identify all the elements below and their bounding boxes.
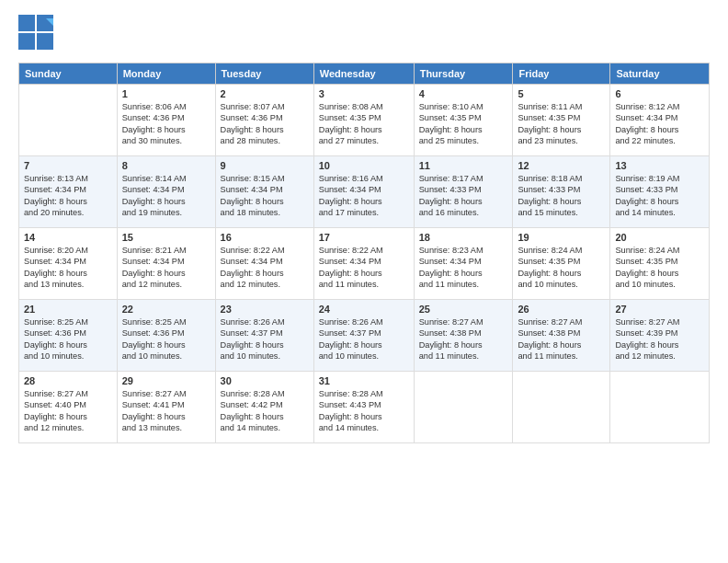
day-info: Sunrise: 8:10 AMSunset: 4:35 PMDaylight:… [419,101,508,147]
calendar-cell: 15Sunrise: 8:21 AMSunset: 4:34 PMDayligh… [117,228,215,300]
day-number: 8 [122,160,210,171]
day-number: 23 [221,304,309,315]
day-info: Sunrise: 8:18 AMSunset: 4:33 PMDaylight:… [518,173,605,219]
calendar-cell: 29Sunrise: 8:27 AMSunset: 4:41 PMDayligh… [117,372,215,443]
day-number: 14 [24,232,112,243]
day-number: 5 [518,88,605,99]
calendar-cell: 18Sunrise: 8:23 AMSunset: 4:34 PMDayligh… [414,228,513,300]
day-number: 3 [319,88,409,99]
day-number: 12 [518,160,605,171]
day-info: Sunrise: 8:27 AMSunset: 4:38 PMDaylight:… [419,316,508,362]
day-info: Sunrise: 8:19 AMSunset: 4:33 PMDaylight:… [615,173,704,219]
day-number: 2 [221,88,309,99]
calendar-cell: 1Sunrise: 8:06 AMSunset: 4:36 PMDaylight… [117,85,215,156]
calendar-cell: 31Sunrise: 8:28 AMSunset: 4:43 PMDayligh… [313,372,414,443]
day-info: Sunrise: 8:13 AMSunset: 4:34 PMDaylight:… [24,173,112,219]
calendar-header-thursday: Thursday [414,63,513,85]
day-number: 31 [319,375,409,386]
day-number: 30 [221,375,309,386]
day-number: 22 [122,304,210,315]
calendar-week-row: 14Sunrise: 8:20 AMSunset: 4:34 PMDayligh… [19,228,710,300]
calendar-cell: 28Sunrise: 8:27 AMSunset: 4:40 PMDayligh… [19,372,118,443]
svg-rect-0 [18,15,35,31]
day-number: 9 [221,160,309,171]
calendar-cell [19,85,118,156]
calendar-cell: 7Sunrise: 8:13 AMSunset: 4:34 PMDaylight… [19,156,118,228]
logo [18,15,57,53]
day-number: 6 [615,88,704,99]
day-info: Sunrise: 8:27 AMSunset: 4:41 PMDaylight:… [122,388,210,434]
calendar-cell: 17Sunrise: 8:22 AMSunset: 4:34 PMDayligh… [313,228,414,300]
day-number: 7 [24,160,112,171]
day-number: 24 [319,304,409,315]
day-number: 4 [419,88,508,99]
day-info: Sunrise: 8:12 AMSunset: 4:34 PMDaylight:… [615,101,704,147]
day-info: Sunrise: 8:21 AMSunset: 4:34 PMDaylight:… [122,245,210,291]
header [18,15,710,53]
calendar-header-wednesday: Wednesday [313,63,414,85]
calendar-cell: 27Sunrise: 8:27 AMSunset: 4:39 PMDayligh… [610,300,710,372]
calendar-cell: 10Sunrise: 8:16 AMSunset: 4:34 PMDayligh… [313,156,414,228]
day-info: Sunrise: 8:20 AMSunset: 4:34 PMDaylight:… [24,245,112,291]
day-number: 29 [122,375,210,386]
calendar-cell [513,372,610,443]
logo-icon [18,15,53,50]
day-info: Sunrise: 8:06 AMSunset: 4:36 PMDaylight:… [122,101,210,147]
calendar-cell: 21Sunrise: 8:25 AMSunset: 4:36 PMDayligh… [19,300,118,372]
day-info: Sunrise: 8:23 AMSunset: 4:34 PMDaylight:… [419,245,508,291]
day-number: 27 [615,304,704,315]
calendar-cell: 22Sunrise: 8:25 AMSunset: 4:36 PMDayligh… [117,300,215,372]
day-number: 16 [221,232,309,243]
day-number: 21 [24,304,112,315]
day-number: 28 [24,375,112,386]
day-number: 13 [615,160,704,171]
calendar-header-friday: Friday [513,63,610,85]
calendar-header-row: SundayMondayTuesdayWednesdayThursdayFrid… [19,63,710,85]
calendar-cell: 25Sunrise: 8:27 AMSunset: 4:38 PMDayligh… [414,300,513,372]
calendar-cell: 13Sunrise: 8:19 AMSunset: 4:33 PMDayligh… [610,156,710,228]
svg-rect-2 [18,33,35,50]
calendar-cell [610,372,710,443]
day-info: Sunrise: 8:22 AMSunset: 4:34 PMDaylight:… [319,245,409,291]
calendar-week-row: 21Sunrise: 8:25 AMSunset: 4:36 PMDayligh… [19,300,710,372]
calendar-cell: 4Sunrise: 8:10 AMSunset: 4:35 PMDaylight… [414,85,513,156]
calendar-cell: 12Sunrise: 8:18 AMSunset: 4:33 PMDayligh… [513,156,610,228]
calendar-week-row: 7Sunrise: 8:13 AMSunset: 4:34 PMDaylight… [19,156,710,228]
calendar-cell: 8Sunrise: 8:14 AMSunset: 4:34 PMDaylight… [117,156,215,228]
calendar-cell: 30Sunrise: 8:28 AMSunset: 4:42 PMDayligh… [215,372,313,443]
day-number: 18 [419,232,508,243]
day-info: Sunrise: 8:16 AMSunset: 4:34 PMDaylight:… [319,173,409,219]
day-info: Sunrise: 8:27 AMSunset: 4:39 PMDaylight:… [615,316,704,362]
day-number: 11 [419,160,508,171]
day-number: 1 [122,88,210,99]
calendar-header-sunday: Sunday [19,63,118,85]
day-number: 25 [419,304,508,315]
day-info: Sunrise: 8:26 AMSunset: 4:37 PMDaylight:… [221,316,309,362]
calendar-cell: 19Sunrise: 8:24 AMSunset: 4:35 PMDayligh… [513,228,610,300]
day-info: Sunrise: 8:24 AMSunset: 4:35 PMDaylight:… [518,245,605,291]
day-info: Sunrise: 8:22 AMSunset: 4:34 PMDaylight:… [221,245,309,291]
day-number: 15 [122,232,210,243]
calendar-week-row: 28Sunrise: 8:27 AMSunset: 4:40 PMDayligh… [19,372,710,443]
day-info: Sunrise: 8:14 AMSunset: 4:34 PMDaylight:… [122,173,210,219]
calendar-header-saturday: Saturday [610,63,710,85]
day-info: Sunrise: 8:15 AMSunset: 4:34 PMDaylight:… [221,173,309,219]
calendar-cell: 2Sunrise: 8:07 AMSunset: 4:36 PMDaylight… [215,85,313,156]
calendar-cell: 16Sunrise: 8:22 AMSunset: 4:34 PMDayligh… [215,228,313,300]
day-info: Sunrise: 8:25 AMSunset: 4:36 PMDaylight:… [122,316,210,362]
day-number: 20 [615,232,704,243]
calendar-table: SundayMondayTuesdayWednesdayThursdayFrid… [18,63,710,443]
day-info: Sunrise: 8:24 AMSunset: 4:35 PMDaylight:… [615,245,704,291]
day-info: Sunrise: 8:28 AMSunset: 4:43 PMDaylight:… [319,388,409,434]
calendar-week-row: 1Sunrise: 8:06 AMSunset: 4:36 PMDaylight… [19,85,710,156]
calendar-cell: 11Sunrise: 8:17 AMSunset: 4:33 PMDayligh… [414,156,513,228]
day-info: Sunrise: 8:27 AMSunset: 4:38 PMDaylight:… [518,316,605,362]
calendar-cell: 6Sunrise: 8:12 AMSunset: 4:34 PMDaylight… [610,85,710,156]
calendar-cell [414,372,513,443]
day-info: Sunrise: 8:28 AMSunset: 4:42 PMDaylight:… [221,388,309,434]
day-number: 10 [319,160,409,171]
calendar-header-monday: Monday [117,63,215,85]
calendar-cell: 9Sunrise: 8:15 AMSunset: 4:34 PMDaylight… [215,156,313,228]
day-number: 17 [319,232,409,243]
calendar-header-tuesday: Tuesday [215,63,313,85]
